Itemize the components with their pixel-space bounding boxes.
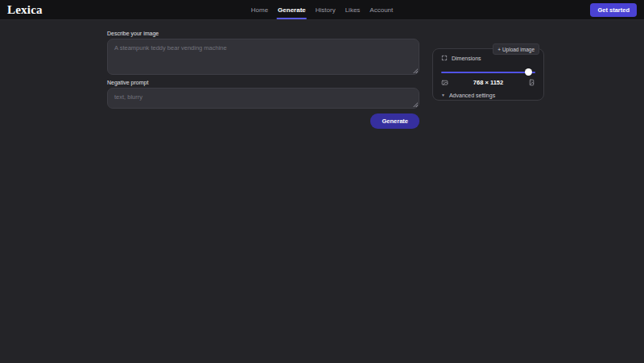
dimensions-slider[interactable] [441, 68, 535, 76]
dimensions-label: Dimensions [452, 56, 481, 61]
dimensions-value-row: 768 × 1152 [441, 79, 535, 86]
generate-form: Describe your image Negative prompt Gene… [107, 31, 419, 129]
slider-track[interactable] [441, 72, 535, 73]
nav-item-generate[interactable]: Generate [277, 0, 307, 19]
main-nav: Home Generate History Likes Account [250, 0, 394, 19]
negative-prompt-label: Negative prompt [107, 80, 419, 85]
advanced-settings-toggle[interactable]: ▼ Advanced settings [441, 93, 535, 98]
prompt-input[interactable] [107, 39, 419, 75]
expand-corners-icon [441, 55, 448, 61]
image-small-icon [441, 79, 448, 86]
dimensions-value: 768 × 1152 [473, 79, 503, 86]
lexica-logo[interactable]: Lexica [7, 3, 43, 17]
describe-label: Describe your image [107, 31, 419, 36]
nav-item-account[interactable]: Account [369, 0, 394, 19]
image-large-icon [528, 79, 535, 86]
nav-item-history[interactable]: History [315, 0, 336, 19]
dimensions-slider-thumb[interactable] [525, 68, 532, 76]
top-navbar: Lexica Home Generate History Likes Accou… [0, 0, 644, 20]
nav-item-likes[interactable]: Likes [345, 0, 361, 19]
negative-prompt-input[interactable] [107, 88, 419, 109]
dimensions-header: Dimensions [441, 55, 535, 61]
get-started-button[interactable]: Get started [590, 3, 637, 17]
generate-button[interactable]: Generate [370, 113, 419, 129]
upload-image-button[interactable]: + Upload image [493, 43, 539, 55]
nav-item-home[interactable]: Home [250, 0, 269, 19]
settings-panel: + Upload image Dimensions 768 × 1152 [432, 48, 544, 101]
caret-down-icon: ▼ [441, 93, 445, 97]
advanced-settings-label: Advanced settings [449, 93, 495, 98]
